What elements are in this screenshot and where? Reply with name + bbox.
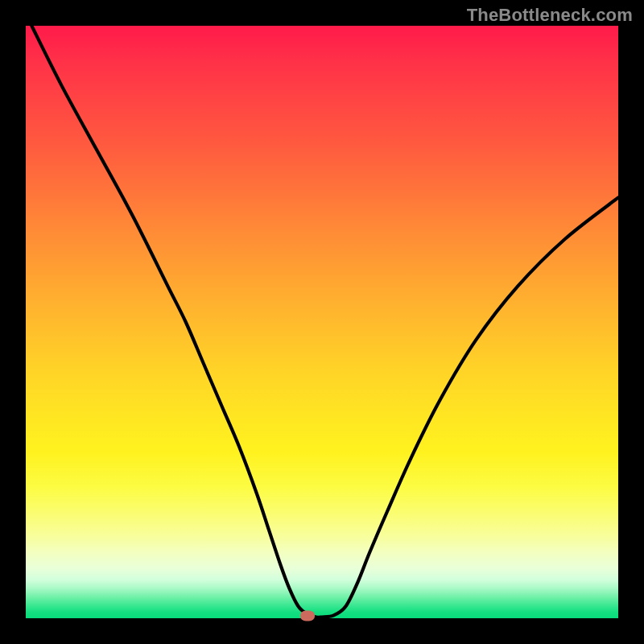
- optimal-point-marker: [300, 611, 315, 621]
- bottleneck-curve: [26, 26, 618, 618]
- chart-frame: TheBottleneck.com: [0, 0, 644, 644]
- watermark-text: TheBottleneck.com: [467, 5, 633, 26]
- plot-area: [26, 26, 618, 618]
